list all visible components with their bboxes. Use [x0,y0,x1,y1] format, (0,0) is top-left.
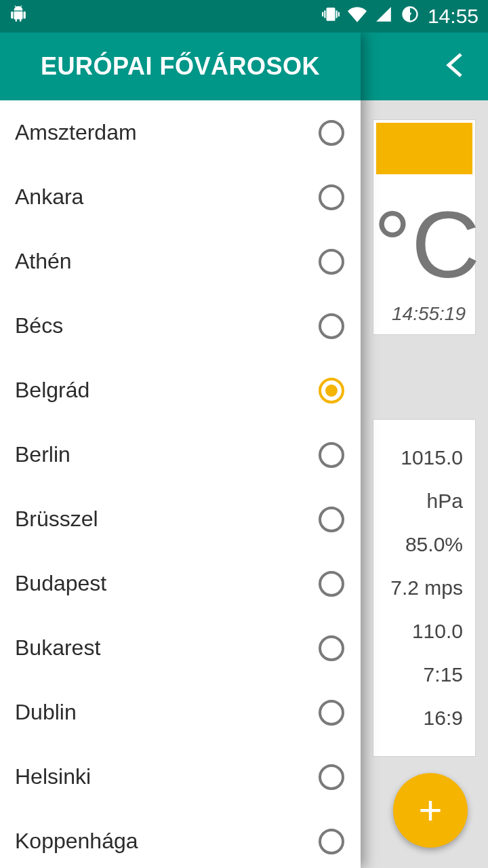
radio-button[interactable] [319,249,344,275]
city-row[interactable]: Bukarest [0,616,361,680]
drawer-title: EURÓPAI FŐVÁROSOK [41,52,320,81]
radio-button[interactable] [319,378,344,403]
radio-button[interactable] [319,829,344,854]
weather-timestamp: 14:55:19 [373,292,475,334]
temperature-unit: °C [373,177,475,292]
city-label: Berlin [15,442,70,467]
city-label: Ankara [15,184,83,210]
weather-banner [376,123,472,174]
city-label: Dublin [15,700,77,725]
city-label: Bukarest [15,635,100,660]
radio-button[interactable] [319,764,344,790]
metric-wind-speed: 7.2 mps [386,566,463,610]
city-label: Bécs [15,313,63,338]
wifi-icon [348,5,367,28]
radio-button[interactable] [319,635,344,661]
radio-button[interactable] [319,700,344,726]
city-row[interactable]: Bécs [0,294,361,358]
status-bar: 14:55 [0,0,488,33]
city-label: Brüsszel [15,507,98,532]
radio-button[interactable] [319,507,344,532]
android-icon [9,5,27,28]
city-row[interactable]: Amszterdam [0,100,361,165]
city-row[interactable]: Budapest [0,551,361,616]
signal-icon [375,5,392,28]
add-fab[interactable]: + [393,773,468,848]
city-label: Amszterdam [15,120,137,145]
radio-button[interactable] [319,120,344,146]
city-row[interactable]: Helsinki [0,745,361,809]
nav-drawer: EURÓPAI FŐVÁROSOK AmszterdamAnkaraAthénB… [0,33,361,868]
city-label: Koppenhága [15,829,138,854]
city-row[interactable]: Athén [0,229,361,294]
vibrate-icon [322,5,340,28]
metric-humidity: 85.0% [386,523,463,566]
city-label: Budapest [15,571,106,596]
city-row[interactable]: Dublin [0,680,361,745]
drawer-header: EURÓPAI FŐVÁROSOK [0,33,361,100]
weather-main-card: °C 14:55:19 [373,119,476,335]
radio-button[interactable] [319,313,344,339]
city-row[interactable]: Ankara [0,165,361,229]
radio-button[interactable] [319,184,344,210]
weather-details-card: 1015.0 hPa 85.0% 7.2 mps 110.0 7:15 16:9 [373,419,476,757]
city-label: Belgrád [15,378,89,403]
city-row[interactable]: Belgrád [0,358,361,422]
metric-wind-dir: 110.0 [386,610,463,653]
city-row[interactable]: Brüsszel [0,487,361,551]
metric-sunrise: 7:15 [386,653,463,696]
radio-button[interactable] [319,442,344,468]
radio-button[interactable] [319,571,344,597]
battery-icon [401,5,420,28]
plus-icon: + [418,790,442,831]
city-row[interactable]: Koppenhága [0,809,361,868]
city-label: Helsinki [15,764,91,789]
city-list[interactable]: AmszterdamAnkaraAthénBécsBelgrádBerlinBr… [0,100,361,868]
city-label: Athén [15,249,72,274]
metric-sunset: 16:9 [386,696,463,740]
metric-pressure: 1015.0 hPa [386,436,463,523]
city-row[interactable]: Berlin [0,422,361,487]
back-button[interactable] [442,52,469,81]
status-clock: 14:55 [428,5,479,28]
